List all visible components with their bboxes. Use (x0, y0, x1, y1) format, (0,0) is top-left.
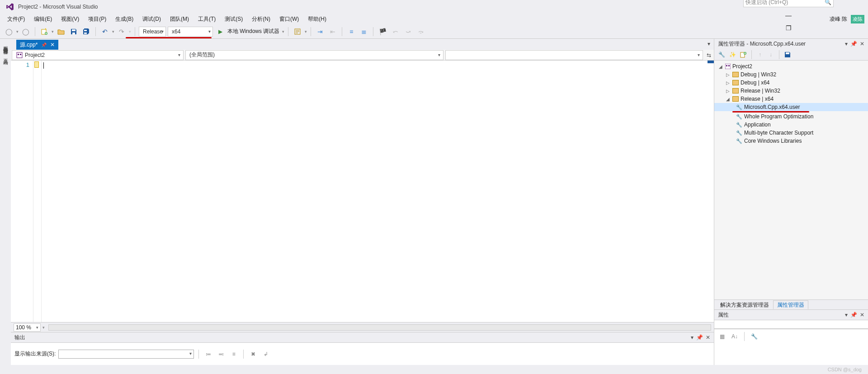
server-explorer-tab[interactable]: 服务器资源管理器 (2, 41, 9, 48)
output-clear-icon[interactable]: ✖ (248, 350, 258, 359)
tb-icon-1[interactable] (292, 26, 303, 37)
tab-solution-explorer[interactable]: 解决方案资源管理器 (716, 300, 773, 309)
panel-close-icon[interactable]: ✕ (860, 312, 864, 318)
start-debug-button[interactable]: ▶ (215, 26, 226, 37)
quick-launch-input[interactable]: 快速启动 (Ctrl+Q) 🔍 (743, 0, 834, 7)
indent-button[interactable]: ≡ (346, 26, 357, 37)
tab-overflow-icon[interactable]: ▾ (708, 41, 710, 47)
menu-file[interactable]: 文件(F) (4, 14, 28, 24)
save-icon[interactable] (783, 50, 792, 59)
tb-icon-c[interactable]: ⤼ (415, 26, 426, 37)
output-panel: 输出 ▾ 📌 ✕ 显示输出来源(S): ≔ ≕ ≡ ✖ ↲ (11, 332, 714, 365)
uncomment-button[interactable]: ⇤ (327, 26, 338, 37)
tab-property-manager[interactable]: 属性管理器 (773, 300, 808, 309)
menu-help[interactable]: 帮助(H) (304, 14, 330, 24)
save-button[interactable] (68, 26, 79, 37)
tree-root[interactable]: ◢ Project2 (714, 62, 868, 70)
tree-node[interactable]: ▷ Release | Win32 (714, 87, 868, 95)
svg-rect-15 (728, 65, 730, 66)
solution-platform-combo[interactable]: x64 (168, 27, 213, 37)
collapse-icon[interactable]: ◢ (718, 64, 723, 69)
pin-icon[interactable]: 📌 (41, 42, 47, 47)
menu-window[interactable]: 窗口(W) (276, 14, 302, 24)
menu-project[interactable]: 项目(P) (85, 14, 110, 24)
svg-rect-13 (725, 64, 731, 69)
menu-edit[interactable]: 编辑(E) (30, 14, 56, 24)
menu-analyze[interactable]: 分析(N) (248, 14, 274, 24)
menu-build[interactable]: 生成(B) (112, 14, 137, 24)
properties-selector[interactable] (714, 320, 868, 329)
close-tab-icon[interactable]: ✕ (50, 42, 55, 48)
output-btn-3[interactable]: ≡ (229, 350, 239, 359)
undo-button[interactable]: ↶ (99, 26, 110, 37)
new-item-button[interactable] (39, 26, 50, 37)
output-source-combo[interactable] (58, 350, 194, 359)
toolbox-tab[interactable]: 工具箱 (2, 53, 9, 58)
minimize-button[interactable]: — (783, 11, 794, 20)
expand-icon[interactable]: ▷ (725, 80, 731, 85)
wrench-star-icon[interactable]: ✨ (728, 50, 737, 59)
tree-node[interactable]: ▷ Debug | Win32 (714, 70, 868, 79)
zoom-drop-icon[interactable]: ▾ (42, 325, 45, 330)
panel-pin-icon[interactable]: 📌 (850, 312, 857, 318)
nav-forward-button[interactable]: ◯ (20, 26, 31, 37)
comment-button[interactable]: ⇥ (315, 26, 326, 37)
menu-view[interactable]: 视图(V) (57, 14, 83, 24)
add-sheet-icon[interactable] (739, 50, 748, 59)
tree-node[interactable]: ▷ Debug | x64 (714, 79, 868, 87)
output-btn-2[interactable]: ≕ (216, 350, 226, 359)
open-file-button[interactable] (56, 26, 66, 37)
tree-leaf[interactable]: 🔧 Whole Program Optimization (714, 112, 868, 121)
expand-icon[interactable]: ▷ (725, 89, 731, 94)
class-scope-combo[interactable]: (全局范围) (185, 50, 443, 60)
tb-icon-a[interactable]: ⤺ (390, 26, 401, 37)
panel-pin-icon[interactable]: 📌 (696, 334, 703, 341)
collapse-icon[interactable]: ◢ (725, 97, 731, 102)
property-pages-icon[interactable]: 🔧 (749, 332, 759, 341)
alphabetical-icon[interactable]: A↓ (730, 332, 740, 341)
down-arrow-icon[interactable]: ↓ (766, 50, 775, 59)
horizontal-scrollbar[interactable] (48, 324, 711, 331)
panel-close-icon[interactable]: ✕ (860, 41, 864, 47)
member-scope-combo[interactable] (445, 50, 703, 60)
categorized-icon[interactable]: ▦ (717, 332, 727, 341)
tree-leaf-selected[interactable]: 🔧 Microsoft.Cpp.x64.user (714, 103, 868, 111)
panel-dropdown-icon[interactable]: ▾ (845, 41, 848, 47)
right-panel: 属性管理器 - Microsoft.Cpp.x64.user ▾ 📌 ✕ 🔧 ✨… (714, 39, 868, 365)
tree-leaf[interactable]: 🔧 Application (714, 121, 868, 129)
user-name[interactable]: 凌峰 陈 (830, 15, 847, 23)
wrench-icon[interactable]: 🔧 (717, 50, 726, 59)
solution-config-combo[interactable]: Release (139, 27, 166, 37)
tree-node[interactable]: ◢ Release | x64 (714, 95, 868, 103)
panel-dropdown-icon[interactable]: ▾ (691, 334, 693, 341)
debugger-label[interactable]: 本地 Windows 调试器 (227, 28, 279, 35)
user-badge[interactable]: 凌陈 (851, 15, 864, 23)
folder-icon (732, 72, 739, 77)
tree-leaf[interactable]: 🔧 Core Windows Libraries (714, 137, 868, 145)
zoom-combo[interactable]: 100 %▾ (14, 323, 41, 332)
document-tab-label: 源.cpp* (20, 41, 38, 49)
up-arrow-icon[interactable]: ↑ (755, 50, 764, 59)
menu-test[interactable]: 测试(S) (221, 14, 246, 24)
tb-icon-b[interactable]: ⤻ (403, 26, 414, 37)
split-editor-icon[interactable]: ⇆ (704, 52, 714, 58)
bookmark-icon[interactable]: 🏴 (377, 26, 388, 37)
nav-back-button[interactable]: ◯ (4, 26, 14, 37)
code-editor[interactable]: 1 (11, 61, 714, 322)
panel-dropdown-icon[interactable]: ▾ (845, 312, 848, 318)
output-wrap-icon[interactable]: ↲ (261, 350, 271, 359)
redo-button[interactable]: ↷ (116, 26, 127, 37)
document-tab-active[interactable]: 源.cpp* 📌 ✕ (16, 40, 58, 50)
menu-debug[interactable]: 调试(D) (139, 14, 165, 24)
menu-team[interactable]: 团队(M) (166, 14, 193, 24)
expand-icon[interactable]: ▷ (725, 72, 731, 77)
output-btn-1[interactable]: ≔ (203, 350, 213, 359)
menu-tools[interactable]: 工具(T) (194, 14, 219, 24)
project-scope-combo[interactable]: Project2 (12, 50, 184, 60)
tree-leaf[interactable]: 🔧 Multi-byte Character Support (714, 129, 868, 137)
code-body[interactable] (42, 61, 714, 322)
panel-close-icon[interactable]: ✕ (706, 334, 710, 341)
outdent-button[interactable]: ≣ (359, 26, 369, 37)
save-all-button[interactable] (81, 26, 92, 37)
panel-pin-icon[interactable]: 📌 (850, 41, 857, 47)
